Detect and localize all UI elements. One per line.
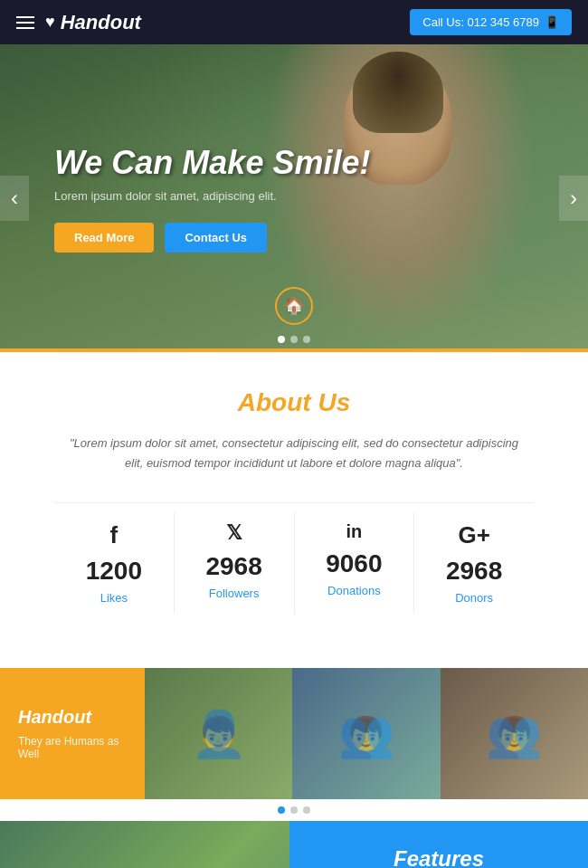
gallery-dots bbox=[0, 799, 588, 821]
facebook-icon: f bbox=[54, 521, 174, 549]
call-label: Call Us: 012 345 6789 bbox=[422, 15, 539, 29]
gallery-image-1: 👤 bbox=[145, 668, 292, 799]
gallery-dot-3[interactable] bbox=[303, 806, 310, 814]
features-photo: 👦👦👦 bbox=[0, 821, 289, 868]
hero-section: ‹ We Can Make Smile! Lorem ipsum dolor s… bbox=[0, 44, 588, 352]
site-logo: ♥ Handout bbox=[45, 11, 141, 34]
gallery-label-title: Handout bbox=[18, 707, 127, 728]
contact-us-button[interactable]: Contact Us bbox=[165, 223, 267, 253]
hero-orange-bar bbox=[0, 348, 588, 352]
stat-followers-number: 2968 bbox=[175, 552, 294, 581]
gallery-strip: Handout They are Humans as Well 👤 👥 👥 bbox=[0, 668, 588, 799]
hero-prev-button[interactable]: ‹ bbox=[0, 176, 29, 221]
site-header: ♥ Handout Call Us: 012 345 6789 📱 bbox=[0, 0, 588, 44]
stat-likes-label: Likes bbox=[54, 591, 174, 605]
call-button[interactable]: Call Us: 012 345 6789 📱 bbox=[410, 9, 572, 35]
features-content: Features − Assumenda Est Cliche Anim par… bbox=[289, 821, 588, 868]
gallery-dot-1[interactable] bbox=[278, 806, 285, 814]
stat-donors-label: Donors bbox=[414, 591, 534, 605]
gallery-label-subtitle: They are Humans as Well bbox=[18, 735, 127, 760]
googleplus-icon: G+ bbox=[414, 521, 534, 549]
gallery-image-3: 👥 bbox=[441, 668, 588, 799]
stat-donors: G+ 2968 Donors bbox=[414, 512, 534, 614]
logo-text: Handout bbox=[61, 11, 141, 34]
gallery-label: Handout They are Humans as Well bbox=[0, 668, 145, 799]
features-title: Features bbox=[311, 846, 566, 868]
hero-circle-icon: 🏠 bbox=[275, 287, 313, 325]
hero-dot-3[interactable] bbox=[303, 336, 310, 343]
hero-title: We Can Make Smile! bbox=[54, 144, 370, 182]
stat-followers-label: Followers bbox=[175, 587, 294, 600]
hamburger-menu[interactable] bbox=[16, 16, 34, 29]
twitter-icon: 𝕏 bbox=[175, 521, 294, 545]
about-text: "Lorem ipsum dolor sit amet, consectetur… bbox=[68, 434, 520, 473]
about-title-a: A bbox=[238, 388, 256, 416]
hero-buttons: Read More Contact Us bbox=[54, 223, 370, 253]
about-title: About Us bbox=[54, 388, 534, 417]
hero-dots bbox=[278, 336, 310, 343]
read-more-button[interactable]: Read More bbox=[54, 223, 154, 253]
hero-next-button[interactable]: › bbox=[559, 176, 588, 221]
stat-donations-label: Donations bbox=[295, 584, 414, 597]
hero-content: We Can Make Smile! Lorem ipsum dolor sit… bbox=[0, 144, 424, 253]
stat-likes-number: 1200 bbox=[54, 557, 174, 586]
hero-dot-2[interactable] bbox=[290, 336, 298, 343]
hero-subtitle: Lorem ipsum dolor sit amet, adipiscing e… bbox=[54, 189, 370, 203]
heart-icon: ♥ bbox=[45, 13, 55, 32]
features-section: 👦👦👦 Features − Assumenda Est Cliche Anim… bbox=[0, 821, 588, 868]
hero-dot-1[interactable] bbox=[278, 336, 285, 343]
stat-donations: in 9060 Donations bbox=[295, 512, 415, 614]
stat-followers: 𝕏 2968 Followers bbox=[175, 512, 295, 614]
stats-row: f 1200 Likes 𝕏 2968 Followers in 9060 Do… bbox=[54, 502, 534, 632]
stat-donors-number: 2968 bbox=[414, 557, 534, 586]
phone-icon: 📱 bbox=[545, 15, 559, 29]
about-section: About Us "Lorem ipsum dolor sit amet, co… bbox=[0, 352, 588, 668]
header-left: ♥ Handout bbox=[16, 11, 141, 34]
gallery-strip-wrapper: Handout They are Humans as Well 👤 👥 👥 bbox=[0, 668, 588, 821]
linkedin-icon: in bbox=[295, 521, 414, 542]
gallery-image-2: 👥 bbox=[292, 668, 440, 799]
gallery-dot-2[interactable] bbox=[290, 806, 298, 814]
stat-donations-number: 9060 bbox=[295, 549, 414, 578]
about-title-rest: bout Us bbox=[256, 388, 350, 416]
stat-likes: f 1200 Likes bbox=[54, 512, 175, 614]
gallery-images: 👤 👥 👥 bbox=[145, 668, 588, 799]
